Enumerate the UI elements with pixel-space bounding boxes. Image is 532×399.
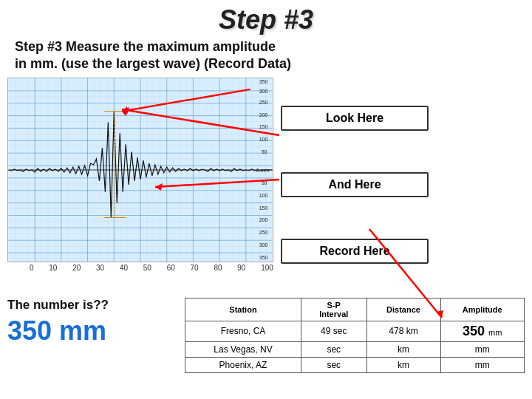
svg-text:50: 50 (262, 149, 267, 154)
cell-station: Fresno, CA (185, 321, 301, 341)
look-here-label: Look Here (281, 106, 429, 131)
svg-text:200: 200 (259, 217, 268, 222)
cell-distance: km (366, 341, 440, 357)
annotations-right: Look Here And Here Record Here (281, 78, 429, 292)
svg-text:100: 100 (259, 192, 268, 197)
svg-text:300: 300 (259, 242, 268, 248)
col-amplitude: Amplitude (440, 298, 524, 321)
subtitle: Step #3 Measure the maximum amplitude in… (0, 35, 532, 78)
page-title: Step #3 (0, 0, 532, 35)
cell-station: Las Vegas, NV (185, 341, 301, 357)
cell-sp: 49 sec (301, 321, 366, 341)
and-here-label: And Here (281, 172, 429, 197)
col-sp: S-PInterval (301, 298, 366, 321)
cell-distance: km (366, 357, 440, 372)
number-section: The number is?? 350 mm (7, 298, 170, 347)
cell-amplitude: mm (440, 357, 524, 372)
col-station: Station (185, 298, 301, 321)
cell-sp: sec (301, 357, 366, 372)
svg-text:150: 150 (259, 124, 268, 129)
col-distance: Distance (366, 298, 440, 321)
table-row: Phoenix, AZseckmmm (185, 357, 525, 372)
svg-text:350: 350 (259, 79, 268, 84)
cell-sp: sec (301, 341, 366, 357)
svg-text:300: 300 (259, 89, 268, 94)
table-row: Fresno, CA49 sec478 km350 mm (185, 321, 525, 341)
seismograph-container: 350 300 250 200 150 100 50 0 mm 50 100 1… (7, 78, 273, 292)
cell-station: Phoenix, AZ (185, 357, 301, 372)
number-value: 350 mm (7, 316, 170, 347)
svg-text:200: 200 (259, 112, 268, 117)
number-label: The number is?? (7, 298, 170, 313)
cell-distance: 478 km (366, 321, 440, 341)
record-here-label: Record Here (281, 239, 429, 264)
table-row: Las Vegas, NVseckmmm (185, 341, 525, 357)
svg-text:250: 250 (259, 230, 268, 235)
svg-text:250: 250 (259, 100, 268, 105)
data-table: Station S-PInterval Distance Amplitude F… (185, 298, 525, 373)
x-axis-labels: 010203040 5060708090100 (7, 262, 273, 272)
cell-amplitude: 350 mm (440, 321, 524, 341)
svg-text:150: 150 (259, 205, 268, 210)
bottom-section: The number is?? 350 mm Station S-PInterv… (0, 292, 532, 376)
seismograph-canvas: 350 300 250 200 150 100 50 0 mm 50 100 1… (7, 78, 273, 262)
svg-text:350: 350 (259, 255, 268, 260)
cell-amplitude: mm (440, 341, 524, 357)
svg-text:50: 50 (262, 180, 267, 185)
svg-text:100: 100 (259, 137, 268, 142)
